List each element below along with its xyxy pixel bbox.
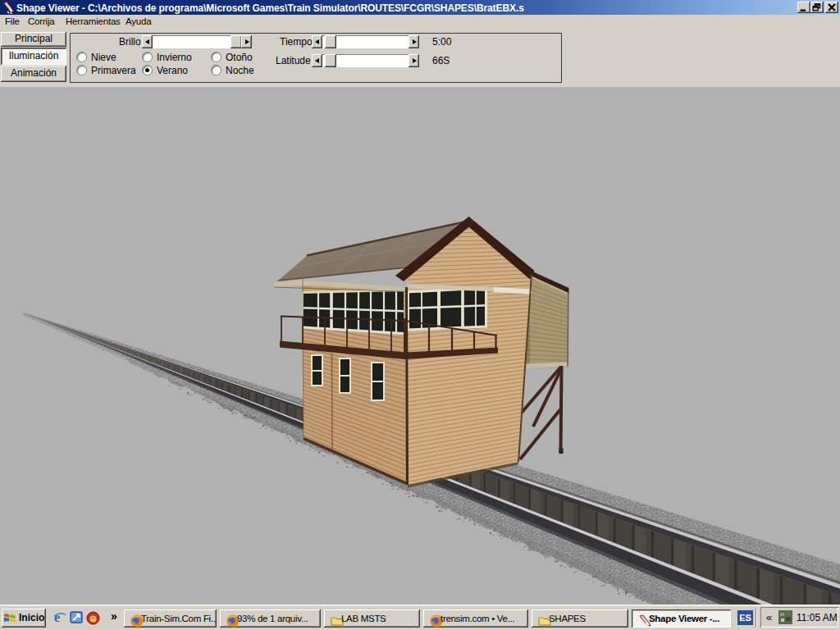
svg-text:e: e [54,610,60,624]
